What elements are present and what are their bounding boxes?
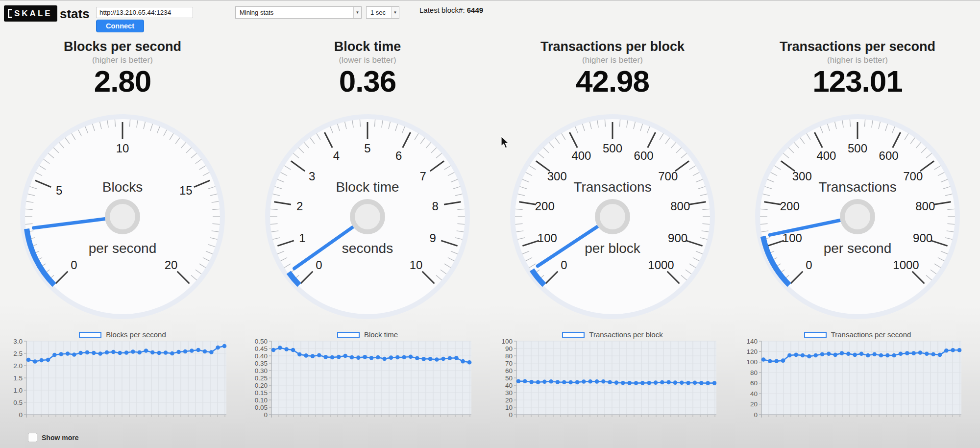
svg-text:50: 50 — [505, 374, 513, 382]
svg-text:10: 10 — [505, 404, 513, 411]
svg-text:140: 140 — [746, 338, 758, 345]
svg-text:0: 0 — [264, 411, 268, 419]
svg-text:2.0: 2.0 — [13, 362, 23, 370]
svg-text:10: 10 — [116, 142, 129, 155]
svg-text:10: 10 — [410, 258, 423, 272]
svg-text:0.30: 0.30 — [255, 367, 268, 374]
gauge-unit-top: Transactions — [735, 179, 980, 195]
gauge: 01002003004005006007008009001000 — [754, 113, 961, 321]
stat-panel: Transactions per block (higher is better… — [490, 1, 735, 448]
svg-text:2.5: 2.5 — [13, 350, 23, 357]
gauge-unit-bottom: per second — [735, 241, 980, 256]
svg-text:30: 30 — [505, 389, 513, 397]
stat-panel: Blocks per second (higher is better) 2.8… — [0, 1, 245, 448]
svg-text:0: 0 — [316, 258, 322, 272]
svg-text:600: 600 — [634, 149, 654, 162]
svg-text:600: 600 — [879, 149, 899, 162]
stat-panels: Blocks per second (higher is better) 2.8… — [0, 1, 980, 448]
gauge: 01002003004005006007008009001000 — [509, 113, 716, 321]
panel-value: 42.98 — [490, 64, 735, 99]
svg-text:0: 0 — [19, 411, 23, 419]
svg-text:0.50: 0.50 — [255, 338, 268, 345]
svg-text:0.15: 0.15 — [255, 389, 268, 397]
svg-text:100: 100 — [501, 338, 513, 345]
panel-value: 123.01 — [735, 64, 980, 99]
svg-text:60: 60 — [505, 367, 513, 374]
svg-text:40: 40 — [505, 382, 513, 389]
svg-text:4: 4 — [333, 149, 340, 162]
panel-title: Block time — [245, 39, 490, 54]
svg-text:80: 80 — [750, 369, 758, 376]
svg-text:0.20: 0.20 — [255, 382, 268, 389]
svg-text:0.10: 0.10 — [255, 397, 268, 404]
history-chart: 0.500.450.400.350.300.250.200.150.100.05… — [250, 337, 480, 428]
svg-text:90: 90 — [505, 345, 513, 352]
svg-text:200: 200 — [535, 199, 555, 213]
svg-text:800: 800 — [670, 199, 690, 213]
svg-text:1.0: 1.0 — [13, 387, 23, 394]
svg-text:80: 80 — [505, 352, 513, 360]
svg-text:0: 0 — [806, 258, 812, 272]
history-chart: 140120100806040200 — [740, 337, 970, 428]
svg-text:0.45: 0.45 — [255, 345, 268, 352]
legend-swatch — [562, 332, 585, 338]
stat-panel: Block time (lower is better) 0.36 012345… — [245, 1, 490, 448]
svg-text:1000: 1000 — [648, 258, 674, 272]
svg-text:500: 500 — [603, 142, 622, 155]
svg-text:0: 0 — [71, 258, 77, 272]
svg-text:0.5: 0.5 — [13, 399, 23, 406]
svg-text:0.40: 0.40 — [255, 352, 268, 360]
gauge-unit-top: Block time — [245, 179, 490, 195]
stat-panel: Transactions per second (higher is bette… — [735, 1, 980, 448]
svg-text:200: 200 — [780, 199, 800, 213]
legend-swatch — [337, 332, 360, 338]
history-chart: 3.02.52.01.51.00.50 — [5, 337, 235, 428]
gauge-unit-bottom: per block — [490, 241, 735, 256]
panel-title: Blocks per second — [0, 39, 245, 54]
gauge-unit-bottom: seconds — [245, 241, 490, 256]
svg-text:40: 40 — [750, 390, 758, 398]
svg-text:0.25: 0.25 — [255, 374, 268, 382]
svg-text:0: 0 — [509, 411, 513, 419]
svg-text:5: 5 — [364, 142, 370, 155]
show-more-label[interactable]: Show more — [42, 434, 78, 442]
show-more-row: Show more — [28, 433, 78, 442]
svg-text:0.05: 0.05 — [255, 404, 268, 411]
svg-text:20: 20 — [165, 258, 178, 272]
svg-text:6: 6 — [395, 149, 402, 162]
svg-text:120: 120 — [746, 348, 758, 355]
svg-text:2: 2 — [296, 199, 303, 213]
svg-text:1.5: 1.5 — [13, 374, 23, 382]
svg-text:20: 20 — [750, 400, 758, 408]
panel-value: 0.36 — [245, 64, 490, 99]
svg-text:20: 20 — [505, 397, 513, 404]
svg-text:8: 8 — [432, 199, 439, 213]
svg-text:70: 70 — [505, 360, 513, 367]
svg-text:60: 60 — [750, 379, 758, 387]
svg-text:0.35: 0.35 — [255, 360, 268, 367]
svg-text:3.0: 3.0 — [13, 338, 23, 345]
panel-value: 2.80 — [0, 64, 245, 99]
gauge: 05101520 — [19, 113, 226, 321]
show-more-checkbox[interactable] — [28, 433, 37, 442]
gauge: 012345678910 — [264, 113, 471, 321]
svg-text:400: 400 — [571, 149, 591, 162]
history-chart: 1009080706050403020100 — [495, 337, 725, 428]
svg-text:0: 0 — [754, 411, 758, 419]
gauge-unit-top: Blocks — [0, 179, 245, 195]
svg-text:1000: 1000 — [893, 258, 919, 272]
legend-swatch — [79, 332, 101, 338]
gauge-unit-top: Transactions — [490, 179, 735, 195]
svg-text:400: 400 — [816, 149, 836, 162]
svg-text:0: 0 — [561, 258, 567, 272]
svg-text:100: 100 — [746, 358, 758, 366]
gauge-unit-bottom: per second — [0, 241, 245, 256]
legend-swatch — [804, 332, 827, 338]
panel-title: Transactions per second — [735, 39, 980, 54]
svg-text:500: 500 — [848, 142, 867, 155]
svg-text:800: 800 — [915, 199, 935, 213]
panel-title: Transactions per block — [490, 39, 735, 54]
